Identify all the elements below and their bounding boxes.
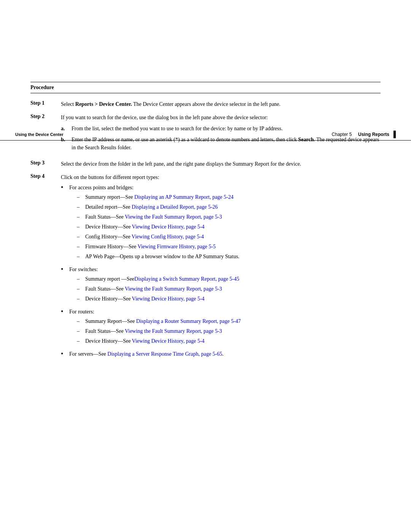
dash-sw-fault: – Fault Status—See Viewing the Fault Sum… [77,285,239,293]
header-left-label: Using the Device Center [15,132,64,137]
dash-rt-devhist: – Device History—See Viewing Device Hist… [77,337,241,345]
dash-rt-devhist-text: Device History—See Viewing Device Histor… [85,337,204,345]
step-4-row: Step 4 Click on the buttons for differen… [30,173,381,361]
step-3-row: Step 3 Select the device from the folder… [30,160,381,168]
chapter-label: Chapter 5 [332,132,352,137]
step-1-content: Select Reports > Device Center. The Devi… [61,100,381,108]
bullet-item-switches: • For switches: – Summary report —SeeDis… [61,265,381,305]
bullet-dot-routers: • [61,308,69,316]
bullet-item-ap: • For access points and bridges: – Summa… [61,184,381,262]
dash-ap-confhist-text: Config History—See Viewing Config Histor… [85,233,204,241]
bullet-routers-content: For routers: – Summary Report—See Displa… [69,308,241,347]
link-rt-fault[interactable]: Viewing the Fault Summary Report, page 5… [125,328,222,334]
dash-ap-confhist: – Config History—See Viewing Config Hist… [77,233,239,241]
bullet-switches-content: For switches: – Summary report —SeeDispl… [69,265,239,305]
link-ap-fault[interactable]: Viewing the Fault Summary Report, page 5… [125,214,222,220]
bullet-dot-switches: • [61,265,69,274]
step-2-label: Step 2 [30,113,61,120]
bullet-dot-ap: • [61,184,69,192]
dash-list-switches: – Summary report —SeeDisplaying a Switch… [77,275,239,303]
link-ap-summary[interactable]: Displaying an AP Summary Report, page 5-… [134,194,233,200]
dash-list-ap: – Summary report—See Displaying an AP Su… [77,193,239,260]
step-4-label: Step 4 [30,173,61,179]
dash-ap-devhist-text: Device History—See Viewing Device Histor… [85,223,204,231]
step-4-content: Click on the buttons for different repor… [61,173,381,361]
link-servers[interactable]: Displaying a Server Response Time Graph,… [107,351,222,357]
link-ap-firmhist[interactable]: Viewing Firmware History, page 5-5 [137,244,215,249]
step-1-label: Step 1 [30,100,61,106]
step-3-label: Step 3 [30,160,61,166]
link-ap-confhist[interactable]: Viewing Config History, page 5-4 [132,234,204,240]
link-ap-detailed[interactable]: Displaying a Detailed Report, page 5-26 [132,204,218,210]
header-bar-icon [393,131,396,138]
dash-sw-summary-text: Summary report —SeeDisplaying a Switch S… [85,275,239,283]
header-right: Chapter 5 Using Reports [332,131,396,138]
dash-ap-devhist: – Device History—See Viewing Device Hist… [77,223,239,231]
bullet-item-routers: • For routers: – Summary Report—See Disp… [61,308,381,347]
dash-ap-detailed-text: Detailed report—See Displaying a Detaile… [85,203,218,211]
bullet-dot-servers: • [61,350,69,358]
bullet-list: • For access points and bridges: – Summa… [61,184,381,358]
dash-icon-rt-1: – [77,317,85,325]
dash-icon-sw-1: – [77,275,85,283]
bullet-servers-content: For servers—See Displaying a Server Resp… [69,350,224,358]
dash-icon-rt-3: – [77,337,85,345]
dash-rt-summary: – Summary Report—See Displaying a Router… [77,317,241,325]
chapter-title: Using Reports [358,132,389,137]
dash-icon-1: – [77,193,85,201]
link-rt-devhist[interactable]: Viewing Device History, page 5-4 [132,338,205,344]
dash-rt-fault: – Fault Status—See Viewing the Fault Sum… [77,327,241,335]
dash-icon-6: – [77,243,85,251]
dash-sw-devhist-text: Device History—See Viewing Device Histor… [85,295,204,303]
dash-icon-rt-2: – [77,327,85,335]
dash-ap-summary: – Summary report—See Displaying an AP Su… [77,193,239,201]
dash-ap-fault-text: Fault Status—See Viewing the Fault Summa… [85,213,222,221]
dash-list-routers: – Summary Report—See Displaying a Router… [77,317,241,345]
link-sw-summary[interactable]: Displaying a Switch Summary Report, page… [134,276,239,282]
dash-ap-fault: – Fault Status—See Viewing the Fault Sum… [77,213,239,221]
dash-icon-4: – [77,223,85,231]
dash-icon-5: – [77,233,85,241]
bullet-item-servers: • For servers—See Displaying a Server Re… [61,350,381,358]
dash-rt-fault-text: Fault Status—See Viewing the Fault Summa… [85,327,222,335]
dash-ap-firmhist-text: Firmware History—See Viewing Firmware Hi… [85,243,216,251]
dash-rt-summary-text: Summary Report—See Displaying a Router S… [85,317,241,325]
link-sw-fault[interactable]: Viewing the Fault Summary Report, page 5… [125,286,222,292]
dash-ap-webpage-text: AP Web Page—Opens up a browser window to… [85,252,239,260]
procedure-section: Procedure [30,82,381,93]
dash-icon-7: – [77,252,85,260]
step-1-row: Step 1 Select Reports > Device Center. T… [30,100,381,108]
dash-ap-summary-text: Summary report—See Displaying an AP Summ… [85,193,234,201]
procedure-heading: Procedure [30,85,54,90]
dash-sw-summary: – Summary report —SeeDisplaying a Switch… [77,275,239,283]
link-sw-devhist[interactable]: Viewing Device History, page 5-4 [132,296,205,302]
dash-icon-sw-3: – [77,295,85,303]
dash-ap-webpage: – AP Web Page—Opens up a browser window … [77,252,239,260]
dash-ap-firmhist: – Firmware History—See Viewing Firmware … [77,243,239,251]
dash-icon-sw-2: – [77,285,85,293]
page-wrapper: Using the Device Center Chapter 5 Using … [0,70,411,532]
bullet-ap-content: For access points and bridges: – Summary… [69,184,239,262]
dash-sw-fault-text: Fault Status—See Viewing the Fault Summa… [85,285,222,293]
step-3-content: Select the device from the folder in the… [61,160,381,168]
link-ap-devhist[interactable]: Viewing Device History, page 5-4 [132,224,205,230]
dash-icon-3: – [77,213,85,221]
dash-ap-detailed: – Detailed report—See Displaying a Detai… [77,203,239,211]
dash-icon-2: – [77,203,85,211]
link-rt-summary[interactable]: Displaying a Router Summary Report, page… [136,318,241,324]
dash-sw-devhist: – Device History—See Viewing Device Hist… [77,295,239,303]
